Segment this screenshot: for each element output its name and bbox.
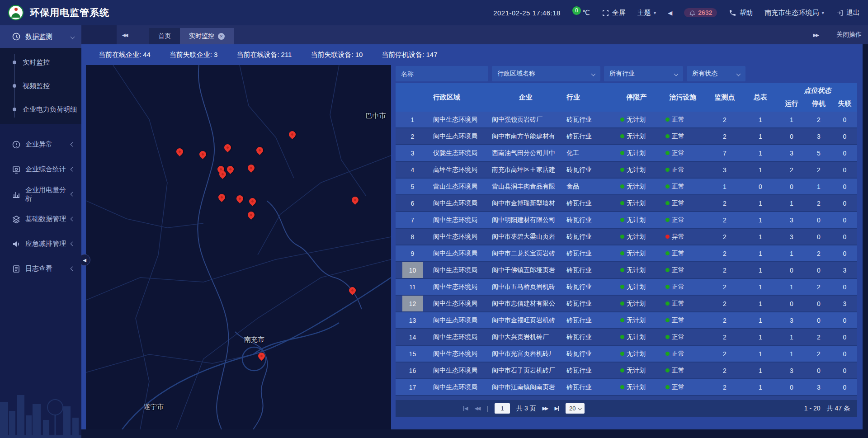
chevron-left-icon [71,267,75,271]
chevron-left-icon [71,217,75,221]
sidebar-item-enterprise-statistics[interactable]: 企业综合统计 [0,157,81,182]
right-panel: 行政区域名称 所有行业 所有状态 行政区域 企业 行业 停限产 治污设施 监测点… [396,65,857,429]
industry-filter-select[interactable]: 所有行业 [604,66,683,81]
last-page-button[interactable]: ▶ [555,405,559,411]
status-dot [665,235,670,239]
sidebar-item-base-data-management[interactable]: 基础数据管理 [0,207,81,231]
table-row[interactable]: 1 阆中生态环境局 阆中强锐页岩砖厂 砖瓦行业 无计划 正常 2 1 1 2 0 [396,112,857,128]
cell-industry: 化工 [563,145,614,161]
cell-company: 南充市高坪区王家店建 [488,162,563,178]
cell-lost: 0 [832,212,857,228]
table-row[interactable]: 5 营山生态环境局 营山县润丰肉食品有限 食品 无计划 正常 1 0 0 1 0 [396,179,857,195]
status-dot [665,301,670,306]
temperature-indicator: 0 ℃ [572,9,590,17]
chevron-left-icon [71,142,75,147]
cell-industry: 砖瓦行业 [563,212,614,228]
cell-running: 3 [778,363,805,378]
table-row[interactable]: 11 阆中生态环境局 阆中市五马桥页岩机砖 砖瓦行业 无计划 正常 2 1 1 … [396,279,857,296]
row-number: 1 [402,112,423,127]
cell-total-meters: 1 [743,262,778,278]
cell-stop-status: 无计划 [614,346,659,362]
table-row[interactable]: 3 仪陇生态环境局 西南油气田分公司川中 化工 无计划 正常 7 1 3 5 0 [396,145,857,162]
sidebar-item-enterprise-abnormal[interactable]: 企业异常 [0,132,81,157]
cell-total-meters: 1 [743,212,778,228]
page-size-select[interactable]: 20 [566,403,585,414]
logout-icon [836,9,844,17]
page-number-input[interactable] [495,403,510,414]
sidebar-item-realtime-monitoring[interactable]: 实时监控 [0,51,81,74]
sidebar-item-video-monitoring[interactable]: 视频监控 [0,74,81,98]
table-row[interactable]: 16 阆中生态环境局 阆中市石子页岩机砖厂 砖瓦行业 无计划 正常 2 1 3 … [396,363,857,379]
sidebar-item-emergency-reduction[interactable]: 应急减排管理 [0,231,81,256]
table-row[interactable]: 17 阆中生态环境局 阆中市江南镇阆南页岩 砖瓦行业 无计划 正常 2 1 0 … [396,379,857,396]
status-filter-select[interactable]: 所有状态 [687,66,745,81]
tab-realtime-monitoring[interactable]: 实时监控 × [180,28,234,44]
sidebar-item-power-load-detail[interactable]: 企业电力负荷明细 [0,98,81,121]
region-filter-select[interactable]: 行政区域名称 [492,66,600,81]
cell-region: 阆中生态环境局 [429,245,488,261]
chevron-left-icon [71,192,75,197]
close-operations-button[interactable]: 关闭操作 [836,25,862,44]
first-page-button[interactable]: ◀ [463,405,468,411]
map-roads-graphic [86,65,391,429]
fullscreen-button[interactable]: 全屏 [602,9,626,17]
cell-industry: 砖瓦行业 [563,346,614,362]
cell-industry: 砖瓦行业 [563,363,614,378]
filter-bar: 行政区域名称 所有行业 所有状态 [396,66,857,81]
cell-company: 阆中市忠信建材有限公 [488,296,563,311]
status-dot [620,301,624,306]
table-row[interactable]: 8 阆中生态环境局 阆中市枣碧大梁山页岩 砖瓦行业 无计划 异常 2 1 3 0… [396,229,857,245]
tabs-scroll-left-icon[interactable]: ◀◀ [122,25,127,44]
tab-home[interactable]: 首页 [149,28,180,44]
cell-lost: 0 [832,312,857,328]
table-row[interactable]: 9 阆中生态环境局 阆中市二龙长宝页岩砖 砖瓦行业 无计划 正常 2 1 1 2… [396,245,857,262]
cell-facility-status: 正常 [659,212,707,228]
table-row[interactable]: 13 阆中生态环境局 阆中市金福旺页岩机砖 砖瓦行业 无计划 正常 2 1 3 … [396,312,857,329]
status-dot [665,385,670,389]
org-dropdown[interactable]: 南充市生态环境局▾ [764,9,824,17]
table-body: 1 阆中生态环境局 阆中强锐页岩砖厂 砖瓦行业 无计划 正常 2 1 1 2 0 [396,112,857,400]
row-number: 6 [402,195,423,211]
table-row[interactable]: 10 阆中生态环境局 阆中千佛镇五郎垭页岩 砖瓦行业 无计划 正常 2 1 0 … [396,262,857,279]
cell-total-meters: 1 [743,363,778,378]
sidebar-item-data-monitoring[interactable]: 数据监测 [0,25,81,48]
map-view[interactable]: 巴中市南充市遂宁市 [86,65,391,429]
theme-dropdown[interactable]: 主题▾ [637,9,656,17]
status-dot [620,118,624,122]
help-button[interactable]: 帮助 [729,9,753,17]
bar-chart-icon [12,190,21,199]
notification-badge[interactable]: 2632 [684,8,717,17]
tab-close-icon[interactable]: × [218,33,225,40]
sidebar-item-power-usage-analysis[interactable]: 企业用电量分析 [0,182,81,207]
cell-facility-status: 正常 [659,195,707,211]
table-row[interactable]: 6 阆中生态环境局 阆中市金博瑞新型墙材 砖瓦行业 无计划 正常 2 1 1 2… [396,195,857,212]
stat-item: 当前失联设备:10 [311,51,363,59]
prev-page-button[interactable]: ◀◀ [474,405,480,411]
name-filter-input[interactable] [396,66,488,81]
table-row[interactable]: 14 阆中生态环境局 阆中大兴页岩机砖厂 砖瓦行业 无计划 正常 2 1 1 2… [396,329,857,346]
cell-company: 阆中市二龙长宝页岩砖 [488,245,563,261]
cell-company: 阆中市金福旺页岩机砖 [488,312,563,328]
table-row[interactable]: 18 南部生态环境局 南部县升钟水泥有限公 建材行业 无计划 正常 2 1 0 … [396,396,857,400]
mute-speaker-icon[interactable]: ◀ [668,9,672,16]
tabs-scroll-right-icon[interactable]: ▶▶ [813,25,818,44]
status-dot [665,168,670,172]
row-range-label: 1 - 20 [804,405,821,413]
row-number: 5 [402,179,423,194]
city-skyline-watermark [0,375,81,438]
cell-stop-status: 无计划 [614,379,659,395]
status-dot [620,335,624,339]
cell-monitor-points: 2 [707,363,743,378]
cell-stop-status: 无计划 [614,128,659,144]
cell-facility-status: 正常 [659,279,707,295]
logout-button[interactable]: 退出 [836,9,860,17]
enterprise-table: 行政区域 企业 行业 停限产 治污设施 监测点 总表 点位状态 运行 停机 失联… [396,83,857,400]
table-row[interactable]: 2 阆中生态环境局 阆中市南方节能建材有 砖瓦行业 无计划 正常 2 1 0 3… [396,128,857,145]
table-row[interactable]: 15 阆中生态环境局 阆中市光富页岩机砖厂 砖瓦行业 无计划 正常 2 1 1 … [396,346,857,363]
table-row[interactable]: 12 阆中生态环境局 阆中市忠信建材有限公 砖瓦行业 无计划 正常 2 1 0 … [396,296,857,312]
next-page-button[interactable]: ▶▶ [542,405,548,411]
table-row[interactable]: 7 阆中生态环境局 阆中明阳建材有限公司 砖瓦行业 无计划 正常 2 1 3 0… [396,212,857,229]
name-input[interactable] [401,70,483,77]
sidebar-item-log-view[interactable]: 日志查看 [0,256,81,281]
table-row[interactable]: 4 高坪生态环境局 南充市高坪区王家店建 砖瓦行业 无计划 正常 3 1 2 2… [396,162,857,179]
